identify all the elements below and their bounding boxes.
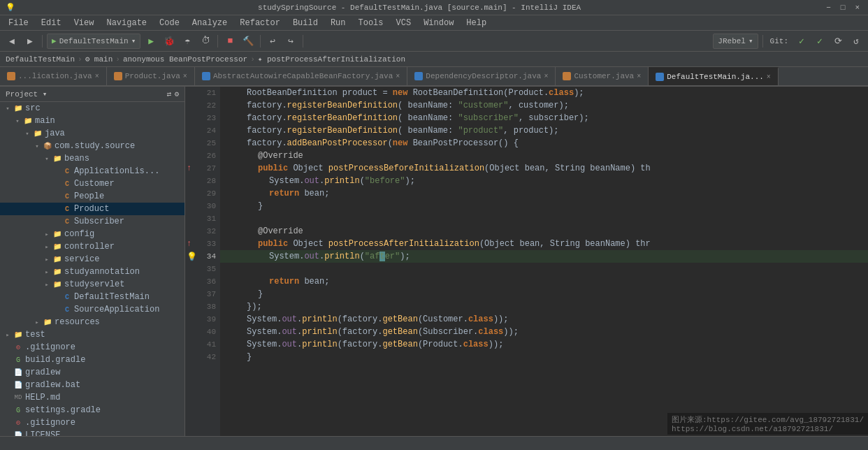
tree-sourceapplication[interactable]: ▾ C SourceApplication (0, 303, 185, 316)
tree-src[interactable]: ▾ 📁 src (0, 102, 185, 115)
toolbar-sep-1 (42, 35, 43, 48)
history-forward[interactable]: ↪ (283, 34, 298, 49)
breadcrumb-item-2[interactable]: ⚙ main (85, 55, 113, 64)
git-refresh[interactable]: ⟳ (830, 34, 846, 49)
tab-customer[interactable]: Customer.java × (556, 67, 649, 85)
tab-close-defaulttestmain[interactable]: × (767, 73, 771, 81)
sidebar-gear-icon[interactable]: ⚙ (174, 89, 179, 99)
class-icon-subscriber: C (62, 216, 73, 227)
tree-applicationlis[interactable]: ▾ C ApplicationLis... (0, 165, 185, 177)
tree-service[interactable]: ▸ 📁 service (0, 253, 185, 266)
tab-abstract[interactable]: AbstractAutowireCapableBeanFactory.java … (195, 67, 407, 85)
tree-arrow-package: ▾ (32, 143, 42, 150)
stop-button[interactable]: ■ (222, 34, 238, 49)
toolbar-sep-4 (303, 35, 303, 48)
menu-navigate[interactable]: Navigate (101, 17, 152, 29)
line-num-29: 29 (185, 187, 220, 200)
maximize-button[interactable]: □ (838, 3, 848, 12)
breadcrumb-item-1[interactable]: DefaultTestMain (6, 55, 75, 64)
menu-help[interactable]: Help (461, 17, 492, 29)
tab-close-application[interactable]: × (95, 73, 99, 80)
run-config-dropdown[interactable]: ▶ DefaultTestMain ▾ (47, 34, 140, 49)
coverage-button[interactable]: ☂ (180, 34, 195, 49)
tree-beans[interactable]: ▾ 📁 beans (0, 152, 185, 165)
tree-main[interactable]: ▾ 📁 main (0, 115, 185, 127)
code-line-27: public Object postProcessBeforeInitializ… (220, 162, 868, 175)
tree-config[interactable]: ▸ 📁 config (0, 228, 185, 240)
code-content[interactable]: RootBeanDefinition product = new RootBea… (220, 87, 868, 450)
tree-resources[interactable]: ▸ 📁 resources (0, 316, 185, 328)
tree-label-applicationlis: ApplicationLis... (74, 166, 159, 176)
build-button[interactable]: 🔨 (240, 34, 256, 49)
menu-edit[interactable]: Edit (36, 17, 67, 29)
menu-file[interactable]: File (3, 17, 34, 29)
tree-gitignore-1[interactable]: ▾ ⊙ .gitignore (0, 341, 185, 354)
run-button[interactable]: ▶ (143, 34, 159, 49)
sidebar-header: Project ▾ ⇄ ⚙ (0, 87, 185, 102)
menu-tools[interactable]: Tools (353, 17, 389, 29)
tree-customer[interactable]: ▾ C Customer (0, 177, 185, 190)
sidebar-sync-icon[interactable]: ⇄ (167, 89, 172, 99)
breadcrumb-item-3[interactable]: anonymous BeanPostProcessor (123, 55, 247, 64)
tab-application[interactable]: ...lication.java × (0, 67, 107, 85)
tree-studyservlet[interactable]: ▸ 📁 studyservlet (0, 278, 185, 291)
tab-dependency[interactable]: DependencyDescriptor.java × (407, 67, 556, 85)
tree-help-md[interactable]: ▾ MD HELP.md (0, 391, 185, 404)
tab-label-customer: Customer.java (574, 72, 634, 80)
tree-gradlew-bat[interactable]: ▾ 📄 gradlew.bat (0, 379, 185, 391)
menu-window[interactable]: Window (418, 17, 459, 29)
git-checkmark-2[interactable]: ✓ (812, 34, 827, 49)
tree-arrow-beans: ▾ (42, 155, 52, 163)
tree-java[interactable]: ▾ 📁 java (0, 127, 185, 140)
tab-close-product[interactable]: × (183, 73, 187, 80)
debug-button[interactable]: 🐞 (161, 34, 177, 49)
tree-settings-gradle[interactable]: ▾ G settings.gradle (0, 404, 185, 416)
jrebel-dropdown[interactable]: JRebel ▾ (713, 34, 758, 49)
folder-icon-java: 📁 (32, 128, 43, 139)
tree-label-src: src (25, 103, 41, 113)
tree-controller[interactable]: ▸ 📁 controller (0, 240, 185, 253)
tab-defaulttestmain[interactable]: DefaultTestMain.ja... × (649, 67, 779, 85)
git-checkmark-1[interactable]: ✓ (794, 34, 809, 49)
tab-product[interactable]: Product.java × (107, 67, 195, 85)
tree-package[interactable]: ▾ 📦 com.study.source (0, 140, 185, 152)
tree-label-defaulttestmain: DefaultTestMain (74, 292, 150, 302)
bulb-34[interactable]: 💡 (187, 252, 197, 262)
line-num-32: 32 (185, 225, 220, 238)
line-num-27: ↑ 27 (185, 162, 220, 175)
tab-close-abstract[interactable]: × (396, 73, 400, 80)
menu-refactor[interactable]: Refactor (234, 17, 286, 29)
line-num-22: 22 (185, 99, 220, 112)
line-num-21: 21 (185, 87, 220, 99)
tree-label-beans: beans (64, 154, 89, 164)
minimize-button[interactable]: − (823, 3, 834, 12)
tab-icon-product (114, 72, 122, 80)
marker-33: ↑ (187, 239, 191, 249)
tree-people[interactable]: ▾ C People (0, 190, 185, 203)
menu-view[interactable]: View (68, 17, 100, 29)
forward-button[interactable]: ▶ (22, 34, 38, 49)
menu-analyze[interactable]: Analyze (187, 17, 233, 29)
menu-run[interactable]: Run (325, 17, 352, 29)
git-undo[interactable]: ↺ (848, 34, 864, 49)
line-num-37: 37 (185, 288, 220, 300)
tab-close-customer[interactable]: × (637, 73, 641, 80)
tree-gitignore-2[interactable]: ▾ ⊙ .gitignore (0, 416, 185, 429)
profile-button[interactable]: ⏱ (198, 34, 213, 49)
tree-subscriber[interactable]: ▾ C Subscriber (0, 215, 185, 228)
tree-studyannotation[interactable]: ▸ 📁 studyannotation (0, 266, 185, 278)
tree-gradlew[interactable]: ▾ 📄 gradlew (0, 366, 185, 379)
tree-product[interactable]: ▾ C Product (0, 203, 185, 215)
back-button[interactable]: ◀ (4, 34, 20, 49)
tree-defaulttestmain[interactable]: ▾ C DefaultTestMain (0, 291, 185, 303)
menu-build[interactable]: Build (287, 17, 324, 29)
menu-vcs[interactable]: VCS (391, 17, 417, 29)
breadcrumb-item-4[interactable]: ✦ postProcessAfterInitialization (258, 55, 405, 64)
tree-test[interactable]: ▸ 📁 test (0, 328, 185, 341)
tree-build-gradle[interactable]: ▾ G build.gradle (0, 354, 185, 366)
menu-code[interactable]: Code (154, 17, 185, 29)
history-back[interactable]: ↩ (265, 34, 280, 49)
run-config-label: DefaultTestMain (59, 37, 129, 45)
close-button[interactable]: × (852, 3, 862, 12)
tab-close-dependency[interactable]: × (544, 73, 548, 80)
